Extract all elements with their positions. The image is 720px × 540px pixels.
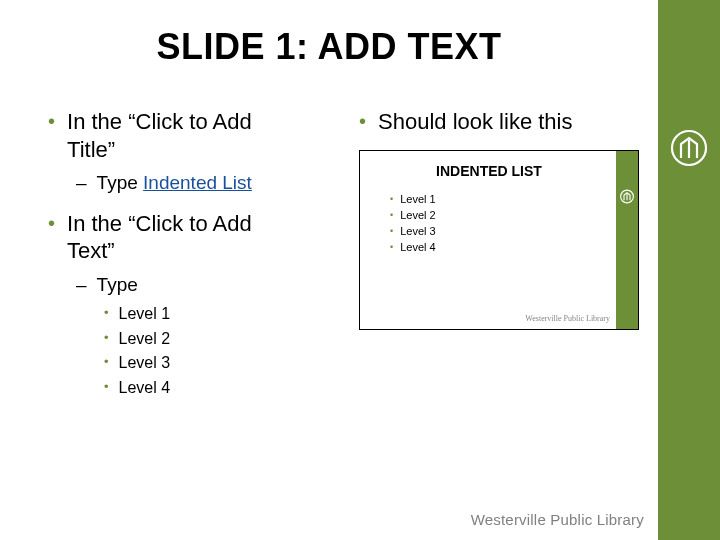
level-label: Level 3	[119, 352, 171, 374]
bullet-dot-icon: •	[48, 108, 55, 134]
bullet-dot-icon: •	[104, 328, 109, 349]
dash-icon: –	[76, 273, 87, 298]
level-item: • Level 4	[104, 377, 319, 399]
bullet-dot-icon: •	[390, 194, 393, 204]
preview-footer: Westerville Public Library	[525, 314, 610, 323]
preview-item-label: Level 3	[400, 225, 435, 237]
bullet-dot-icon: •	[390, 210, 393, 220]
slide-preview: INDENTED LIST • Level 1 • Level 2 • Leve…	[359, 150, 639, 330]
level-item: • Level 1	[104, 303, 319, 325]
bullet-dot-icon: •	[48, 210, 55, 236]
bullet-add-text: • In the “Click to Add Text”	[48, 210, 319, 265]
preview-sidebar-accent	[616, 151, 638, 329]
preview-title: INDENTED LIST	[360, 151, 618, 179]
bullet-text: Should look like this	[378, 108, 572, 136]
preview-item-label: Level 2	[400, 209, 435, 221]
preview-list-item: • Level 2	[390, 209, 638, 221]
bullet-text: In the “Click to Add Text”	[67, 210, 252, 265]
bullet-should-look: • Should look like this	[359, 108, 638, 136]
level-label: Level 2	[119, 328, 171, 350]
bullet-dot-icon: •	[104, 352, 109, 373]
preview-item-label: Level 4	[400, 241, 435, 253]
level-item: • Level 3	[104, 352, 319, 374]
library-logo-icon	[620, 189, 635, 208]
preview-item-label: Level 1	[400, 193, 435, 205]
bullet-add-title: • In the “Click to Add Title”	[48, 108, 319, 163]
sub-bullet-type-indented: – Type Indented List	[76, 171, 319, 196]
sub-bullet-text: Type	[97, 273, 138, 298]
sub-bullet-type: – Type	[76, 273, 319, 298]
preview-list-item: • Level 3	[390, 225, 638, 237]
bullet-dot-icon: •	[104, 303, 109, 324]
slide-footer: Westerville Public Library	[471, 511, 644, 528]
preview-body: • Level 1 • Level 2 • Level 3 • Level 4	[360, 179, 638, 253]
preview-list-item: • Level 4	[390, 241, 638, 253]
bullet-dot-icon: •	[390, 242, 393, 252]
indented-list-link[interactable]: Indented List	[143, 172, 252, 193]
level-label: Level 1	[119, 303, 171, 325]
left-column: • In the “Click to Add Title” – Type Ind…	[0, 108, 329, 401]
content-columns: • In the “Click to Add Title” – Type Ind…	[0, 108, 658, 401]
slide-title: SLIDE 1: ADD TEXT	[0, 26, 658, 68]
sub-bullet-text: Type Indented List	[97, 171, 252, 196]
level-item: • Level 2	[104, 328, 319, 350]
bullet-dot-icon: •	[390, 226, 393, 236]
sidebar-accent	[658, 0, 720, 540]
dash-icon: –	[76, 171, 87, 196]
library-logo-icon	[669, 128, 709, 172]
preview-list-item: • Level 1	[390, 193, 638, 205]
bullet-dot-icon: •	[359, 108, 366, 134]
right-column: • Should look like this INDENTED LIST • …	[329, 108, 658, 401]
bullet-text: In the “Click to Add Title”	[67, 108, 252, 163]
level-label: Level 4	[119, 377, 171, 399]
bullet-dot-icon: •	[104, 377, 109, 398]
